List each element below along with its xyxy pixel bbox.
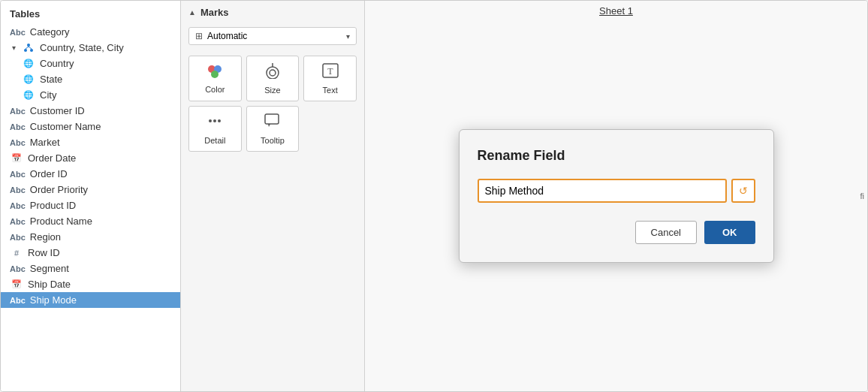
sidebar-item-label: Row ID [28, 247, 60, 258]
dialog-buttons: Cancel OK [478, 221, 755, 244]
sidebar-item-label: Order Date [28, 152, 76, 164]
sidebar-item-label: Segment [30, 263, 69, 274]
sidebar-group-children: 🌐 Country 🌐 State 🌐 City [1, 56, 180, 103]
reset-button[interactable]: ↺ [731, 179, 755, 203]
abc-icon: Abc [10, 107, 26, 116]
sidebar-item-ship-date[interactable]: 📅 Ship Date [1, 276, 180, 292]
chevron-down-icon: ▾ [346, 32, 350, 41]
chevron-down-icon: ▾ [7, 44, 20, 52]
marks-header: ▲ Marks [181, 1, 364, 24]
sidebar-item-customer-id[interactable]: Abc Customer ID [1, 103, 180, 119]
detail-mark-button[interactable]: Detail [188, 106, 242, 152]
sidebar-item-label: Market [30, 137, 60, 148]
abc-icon: Abc [10, 233, 26, 242]
hint-text: fi [860, 191, 865, 201]
sidebar-item-customer-name[interactable]: Abc Customer Name [1, 119, 180, 134]
sidebar-item-label: Country [40, 58, 74, 69]
dialog-input-row: ↺ [478, 179, 755, 203]
sidebar-item-label: Order ID [30, 168, 68, 179]
sidebar-item-label: Ship Date [28, 279, 71, 290]
abc-icon: Abc [10, 264, 26, 273]
svg-point-0 [27, 44, 30, 47]
abc-icon: Abc [10, 138, 26, 147]
sidebar-item-label: Region [30, 231, 61, 243]
svg-point-9 [270, 70, 276, 76]
globe-icon: 🌐 [22, 59, 35, 68]
sidebar-item-label: Category [30, 26, 70, 38]
svg-point-1 [24, 49, 27, 52]
size-mark-button[interactable]: Size [246, 56, 300, 101]
svg-line-3 [26, 47, 29, 49]
globe-icon: 🌐 [22, 74, 35, 84]
sidebar-item-segment[interactable]: Abc Segment [1, 261, 180, 276]
sidebar-item-country-state-city[interactable]: ▾ Country, State, City [1, 40, 180, 56]
sidebar-item-state[interactable]: 🌐 State [13, 71, 180, 87]
sidebar-item-product-name[interactable]: Abc Product Name [1, 213, 180, 229]
sidebar-item-city[interactable]: 🌐 City [13, 87, 180, 103]
app-container: Tables Abc Category ▾ [0, 0, 868, 392]
sidebar-item-order-date[interactable]: 📅 Order Date [1, 150, 180, 166]
abc-icon: Abc [10, 296, 26, 305]
svg-point-15 [218, 119, 221, 122]
tooltip-icon [264, 113, 282, 133]
svg-rect-16 [265, 114, 279, 124]
dialog-overlay: Rename Field ↺ Cancel OK fi [365, 1, 867, 391]
sidebar-item-country[interactable]: 🌐 Country [13, 56, 180, 71]
text-label: Text [323, 86, 338, 95]
abc-icon: Abc [10, 28, 26, 37]
svg-text:T: T [327, 66, 333, 77]
sidebar-item-label: City [40, 89, 56, 101]
marks-panel: ▲ Marks ⊞ Automatic ▾ Color [181, 1, 365, 391]
globe-icon: 🌐 [22, 90, 35, 100]
sidebar-group-label: Country, State, City [40, 42, 124, 53]
detail-icon [206, 113, 224, 133]
marks-type-dropdown[interactable]: ⊞ Automatic ▾ [188, 27, 357, 45]
color-mark-button[interactable]: Color [188, 56, 242, 101]
svg-point-13 [209, 119, 212, 122]
svg-point-7 [211, 71, 219, 78]
calendar-icon: 📅 [10, 279, 23, 289]
collapse-icon[interactable]: ▲ [188, 8, 196, 17]
dialog-title: Rename Field [478, 148, 755, 164]
tooltip-label: Tooltip [261, 136, 285, 145]
marks-buttons-grid: Color Size T [181, 48, 364, 159]
sidebar-item-order-id[interactable]: Abc Order ID [1, 166, 180, 182]
abc-icon: Abc [10, 170, 26, 179]
sidebar: Tables Abc Category ▾ [1, 1, 181, 391]
sidebar-item-market[interactable]: Abc Market [1, 134, 180, 150]
svg-point-2 [30, 49, 33, 52]
calendar-icon: 📅 [10, 153, 23, 163]
hierarchy-icon [22, 43, 35, 53]
sidebar-item-ship-mode[interactable]: Abc Ship Mode [1, 292, 180, 308]
sidebar-item-label: Ship Mode [30, 294, 77, 306]
sidebar-list: Abc Category ▾ Country, State, City [1, 24, 180, 391]
abc-icon: Abc [10, 217, 26, 226]
detail-label: Detail [204, 136, 225, 145]
tooltip-mark-button[interactable]: Tooltip [246, 106, 300, 152]
sidebar-item-order-priority[interactable]: Abc Order Priority [1, 182, 180, 198]
color-label: Color [205, 85, 225, 94]
ok-button[interactable]: OK [704, 221, 755, 244]
hash-icon: # [10, 249, 23, 258]
text-mark-button[interactable]: T Text [303, 56, 357, 101]
sidebar-title: Tables [1, 1, 180, 24]
abc-icon: Abc [10, 185, 26, 194]
field-name-input[interactable] [478, 179, 727, 203]
sidebar-item-region[interactable]: Abc Region [1, 229, 180, 245]
sidebar-item-label: Product ID [30, 200, 76, 211]
cancel-button[interactable]: Cancel [635, 221, 697, 244]
marks-type-icon: ⊞ [195, 31, 203, 41]
abc-icon: Abc [10, 122, 26, 131]
rename-field-dialog: Rename Field ↺ Cancel OK [459, 129, 774, 263]
marks-type-label: Automatic [207, 31, 346, 41]
sidebar-item-row-id[interactable]: # Row ID [1, 245, 180, 261]
marks-title: Marks [200, 7, 229, 18]
svg-point-14 [213, 119, 216, 122]
size-icon [264, 62, 282, 83]
sidebar-item-product-id[interactable]: Abc Product ID [1, 198, 180, 213]
abc-icon: Abc [10, 201, 26, 210]
sidebar-item-category[interactable]: Abc Category [1, 24, 180, 40]
text-icon: T [321, 62, 339, 83]
main-content: Sheet 1 Rename Field ↺ Cancel OK fi [365, 1, 867, 391]
sidebar-item-label: Order Priority [30, 184, 88, 195]
